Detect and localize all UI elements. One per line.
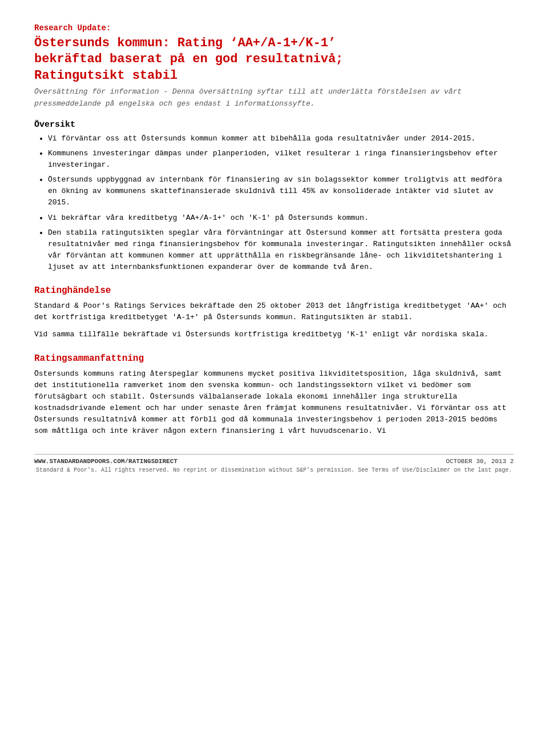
title-line1: Östersunds kommun: Rating ‘AA+/A-1+/K-1’ xyxy=(34,36,336,50)
list-item: Östersunds uppbyggnad av internbank för … xyxy=(48,174,514,208)
header-section: Research Update: Östersunds kommun: Rati… xyxy=(34,23,514,110)
title-line3: Ratingutsikt stabil xyxy=(34,69,178,83)
list-item: Vi förväntar oss att Östersunds kommun k… xyxy=(48,133,514,144)
overview-heading: Översikt xyxy=(34,120,514,130)
page-footer: WWW.STANDARDANDPOORS.COM/RATINGSDIRECT O… xyxy=(34,454,514,465)
list-item: Kommunens investeringar dämpas under pla… xyxy=(48,148,514,171)
research-label: Research Update: xyxy=(34,23,514,34)
title-line2: bekräftad baserat på en god resultatnivå… xyxy=(34,52,343,66)
footer-date-page: OCTOBER 30, 2013 2 xyxy=(446,458,514,465)
overview-section: Översikt Vi förväntar oss att Östersunds… xyxy=(34,120,514,274)
footer-website: WWW.STANDARDANDPOORS.COM/RATINGSDIRECT xyxy=(34,458,178,465)
rating-summary-heading: Ratingsammanfattning xyxy=(34,353,514,364)
rating-summary-section: Ratingsammanfattning Östersunds kommuns … xyxy=(34,353,514,437)
main-title: Östersunds kommun: Rating ‘AA+/A-1+/K-1’… xyxy=(34,35,514,85)
rating-event-heading: Ratinghändelse xyxy=(34,285,514,296)
list-item: Vi bekräftar våra kreditbetyg 'AA+/A-1+'… xyxy=(48,212,514,224)
rating-event-paragraph2: Vid samma tillfälle bekräftade vi Östers… xyxy=(34,329,514,340)
rating-event-paragraph1: Standard & Poor's Ratings Services bekrä… xyxy=(34,300,514,323)
rating-summary-paragraph1: Östersunds kommuns rating återspeglar ko… xyxy=(34,368,514,437)
translation-note: Översättning för information - Denna öve… xyxy=(34,86,514,109)
overview-bullet-list: Vi förväntar oss att Östersunds kommun k… xyxy=(34,133,514,274)
rating-event-section: Ratinghändelse Standard & Poor's Ratings… xyxy=(34,285,514,340)
footer-copyright: Standard & Poor's. All rights reserved. … xyxy=(34,467,514,473)
list-item: Den stabila ratingutsikten speglar våra … xyxy=(48,227,514,274)
